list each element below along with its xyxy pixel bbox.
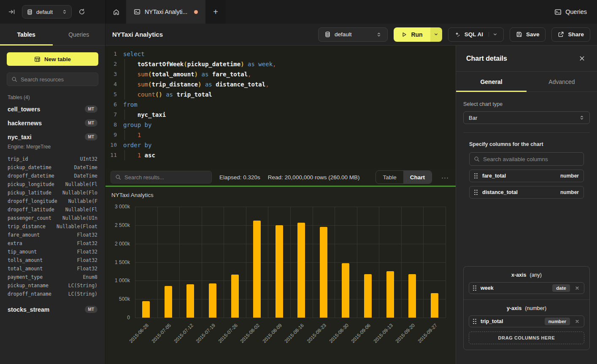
y-axis-label: 500k <box>105 296 130 302</box>
bar[interactable] <box>231 275 239 318</box>
columns-group-label: Specify columns for the chart <box>469 141 584 147</box>
y-axis-label: 1 500k <box>105 259 130 265</box>
gridline <box>446 207 446 318</box>
y-axis-label: 2 500k <box>105 222 130 228</box>
sidebar-tab-queries[interactable]: Queries <box>53 24 105 45</box>
sidebar-tab-tables[interactable]: Tables <box>0 24 53 45</box>
available-column-distance_total[interactable]: distance_totalnumber <box>469 186 584 199</box>
y-axis-column-type: number <box>545 318 570 325</box>
new-tab-button[interactable]: + <box>205 0 226 24</box>
close-icon <box>575 286 579 290</box>
table-row[interactable]: cell_towersMT <box>7 102 98 116</box>
close-icon <box>575 319 579 324</box>
sidebar: Tables Queries New table Tables (4) cell… <box>0 24 105 364</box>
table-name: stocks_stream <box>8 306 49 313</box>
column-row: pickup_ntanameLC(String) <box>7 281 98 290</box>
sidebar-search-input[interactable] <box>21 76 94 83</box>
chart-title: NYTaxi Analytics <box>111 192 154 198</box>
column-row: pickup_latitudeNullable(Flo <box>7 189 98 197</box>
bar[interactable] <box>142 301 150 318</box>
column-name: total_amount <box>8 264 43 273</box>
available-column-fare_total[interactable]: fare_totalnumber <box>469 170 584 182</box>
new-table-button[interactable]: New table <box>7 52 98 66</box>
chart-type-select[interactable]: Bar <box>463 111 590 124</box>
bar[interactable] <box>320 227 327 318</box>
code-line: 1select <box>105 49 456 59</box>
bar[interactable] <box>342 263 349 318</box>
line-number: 11 <box>105 150 123 160</box>
tab-general[interactable]: General <box>456 72 527 92</box>
bar[interactable] <box>276 225 283 318</box>
x-axis-label: 2015-07-05 <box>151 323 172 344</box>
column-name: trip_distance <box>8 222 46 231</box>
view-toggle-chart[interactable]: Chart <box>403 171 432 183</box>
available-column-name: distance_total <box>482 189 518 195</box>
bar[interactable] <box>186 284 194 318</box>
view-toggle-table[interactable]: Table <box>376 171 403 183</box>
run-options-button[interactable] <box>430 27 442 42</box>
bar[interactable] <box>209 283 216 318</box>
column-name: dropoff_ntaname <box>8 290 51 298</box>
results-search-input[interactable] <box>124 174 207 181</box>
x-axis-label: 2015-09-06 <box>350 323 371 344</box>
column-name: trip_id <box>8 155 28 163</box>
drag-handle-icon[interactable] <box>473 286 476 291</box>
topbar-database-selector[interactable]: default <box>22 5 72 19</box>
elapsed-stat: Elapsed: 0.320s <box>219 174 260 181</box>
x-axis-label: 2015-08-02 <box>240 323 261 344</box>
columns-search-input[interactable] <box>483 156 579 162</box>
query-toolbar: NYTaxi Analytics default Run SQL AI <box>105 24 597 46</box>
remove-y-axis-column-button[interactable] <box>574 318 580 324</box>
results-search <box>111 171 212 183</box>
drag-handle-icon[interactable] <box>473 319 476 324</box>
chart-details-header: Chart details <box>456 46 597 72</box>
drag-handle-icon[interactable] <box>474 190 478 195</box>
x-axis-item-week[interactable]: week date <box>469 282 584 294</box>
chart-type-value: Bar <box>469 115 477 121</box>
share-button-label: Share <box>568 31 584 38</box>
close-panel-button[interactable] <box>577 54 587 63</box>
table-grid-icon <box>34 56 41 62</box>
column-row: dropoff_longitudeNullable(F <box>7 197 98 205</box>
sql-editor[interactable]: 1select2 toStartOfWeek(pickup_datetime) … <box>105 46 456 169</box>
bar[interactable] <box>364 274 372 318</box>
remove-x-axis-column-button[interactable] <box>574 285 580 291</box>
y-axis-label: 3 000k <box>105 204 130 210</box>
code-line: 2 toStartOfWeek(pickup_datetime) as week… <box>105 59 456 69</box>
gridline <box>401 207 402 318</box>
column-name: dropoff_datetime <box>8 172 54 180</box>
bar[interactable] <box>431 293 438 318</box>
collapse-sidebar-button[interactable] <box>6 6 18 18</box>
bar[interactable] <box>165 286 172 318</box>
results-more-button[interactable]: ··· <box>440 174 451 181</box>
home-button[interactable] <box>106 0 126 24</box>
save-button[interactable]: Save <box>510 27 546 42</box>
bar[interactable] <box>408 274 416 318</box>
query-database-selector[interactable]: default <box>318 27 388 42</box>
column-type: DateTime <box>74 172 97 180</box>
x-axis-label: 2015-08-16 <box>284 323 305 344</box>
bar[interactable] <box>253 221 261 318</box>
table-row[interactable]: nyc_taxiMT <box>7 130 98 144</box>
table-row[interactable]: stocks_streamMT <box>7 302 98 316</box>
sql-ai-button[interactable]: SQL AI <box>448 27 504 42</box>
refresh-button[interactable] <box>76 6 88 18</box>
sidebar-tabs: Tables Queries <box>0 24 105 46</box>
tab-nytaxi-analytics[interactable]: NYTaxi Analyti... <box>126 0 205 24</box>
gridline <box>379 207 379 318</box>
tab-advanced[interactable]: Advanced <box>527 72 597 92</box>
line-number: 8 <box>105 120 123 130</box>
drag-handle-icon[interactable] <box>474 173 478 179</box>
column-row: pickup_datetimeDateTime <box>7 163 98 172</box>
table-row[interactable]: hackernewsMT <box>7 116 98 130</box>
gridline <box>135 318 446 318</box>
run-button-label: Run <box>411 31 422 38</box>
drop-zone[interactable]: DRAG COLUMNS HERE <box>469 332 584 344</box>
sql-ai-options-button[interactable] <box>489 32 497 37</box>
bar[interactable] <box>386 271 394 318</box>
share-button[interactable]: Share <box>551 27 590 42</box>
y-axis-item-trip-total[interactable]: trip_total number <box>469 315 584 327</box>
bar[interactable] <box>297 223 305 318</box>
queries-button[interactable]: Queries <box>544 0 597 24</box>
run-button[interactable]: Run <box>394 27 430 42</box>
